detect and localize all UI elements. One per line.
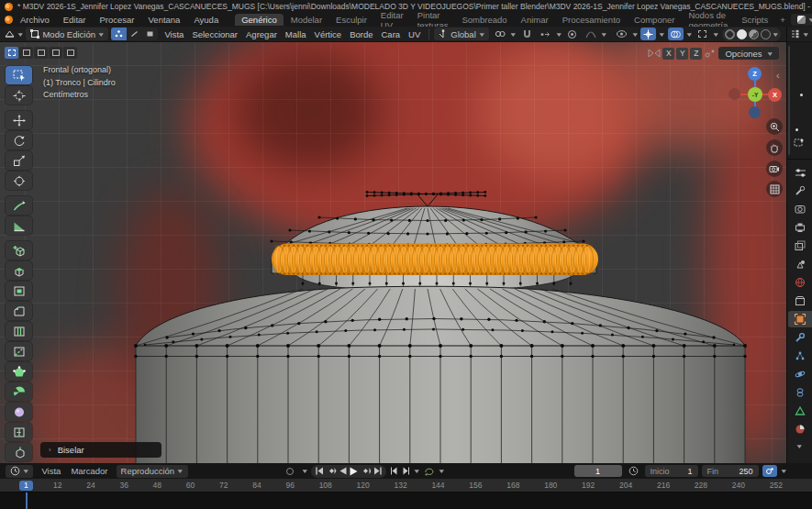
props-tab-object-data[interactable] [788,403,812,419]
props-tab-output[interactable] [788,219,812,236]
frame-end-field[interactable]: Fin 250 [702,465,759,477]
tool-rotate[interactable] [6,131,32,149]
workspace-tab[interactable]: Componer [628,14,681,26]
scene-selector[interactable]: ▼ Scene [791,14,812,26]
toggle-perspective-button[interactable] [766,181,783,197]
tool-inset-faces[interactable] [6,282,32,300]
select-mode-intersect-button[interactable] [63,47,77,59]
workspace-tab[interactable]: Esculpir [329,14,373,26]
tool-scale[interactable] [6,151,32,170]
pan-hand-button[interactable] [766,139,783,156]
next-keyframe-button[interactable] [361,467,371,475]
props-tab-material[interactable] [788,421,812,437]
workspace-tab[interactable]: Scripts [735,14,774,26]
prev-keyframe-button[interactable] [327,467,337,475]
gizmo-neg-z-axis[interactable] [749,106,761,118]
outliner-header[interactable]: ▼ [787,27,812,42]
tool-smooth[interactable] [6,403,32,421]
tool-options-dropdown[interactable]: Opciones ▼ [718,47,779,60]
xray-toggle[interactable] [695,28,710,40]
workspace-tab[interactable]: Procesamiento [556,14,627,26]
props-tab-render[interactable] [788,201,812,217]
props-tab-particles[interactable] [788,348,812,364]
props-tab-modifiers[interactable] [788,329,812,346]
symmetry-z-button[interactable]: Z [690,48,702,60]
show-visibility-button[interactable] [614,28,629,40]
select-mode-extend-button[interactable] [19,47,33,59]
snap-target-button[interactable] [538,28,553,40]
timeline-menu-item[interactable]: Marcador [66,466,112,476]
menu-item[interactable]: Ventana [142,14,187,26]
workspace-tab[interactable]: Modelar [284,14,328,26]
workspace-tab[interactable]: Sombreado [455,14,513,26]
rendered-shading-button[interactable] [761,29,771,39]
tool-knife[interactable] [6,342,32,360]
timeline-ruler[interactable]: 1 12243648607284961081201321441561681801… [0,479,812,492]
tool-edge-slide[interactable] [6,423,32,441]
zoom-button[interactable] [766,118,783,135]
current-frame-badge[interactable]: 1 [19,481,33,491]
props-tab-tool[interactable] [788,183,812,199]
solid-shading-button[interactable] [737,29,747,39]
tool-move[interactable] [6,111,32,129]
gizmo-neg-y-axis[interactable]: -Y [748,87,762,102]
blender-menu-icon[interactable] [5,16,13,24]
menu-item[interactable]: Procesar [94,14,141,26]
tool-cursor[interactable] [6,86,32,105]
props-tab-constraints[interactable] [788,384,812,401]
tool-loop-cut[interactable] [6,322,32,340]
timeline-editor-type-button[interactable]: ▼ [6,465,33,478]
props-tab-collection[interactable] [788,293,812,309]
viewport-menu-item[interactable]: Borde [346,29,376,39]
add-workspace-button[interactable]: + [775,15,790,25]
loop-icon[interactable] [424,467,435,476]
tool-bevel[interactable] [6,302,32,320]
use-preview-range-button[interactable] [626,465,641,478]
tool-transform[interactable] [6,172,32,190]
mode-selector[interactable]: Modo Edición ▼ [26,28,108,40]
menu-item[interactable]: Editar [57,14,93,26]
viewport-menu-item[interactable]: Vista [161,29,187,39]
properties-header-icon[interactable] [788,164,812,181]
play-button[interactable] [350,467,358,476]
editor-type-button[interactable]: ▼ [4,29,23,39]
tool-add-cube[interactable] [6,241,32,260]
sidebar-collapse-arrow[interactable]: ‹ [776,70,780,81]
gizmo-x-axis[interactable]: X [768,88,782,102]
snap-magnet-icon[interactable] [519,28,535,40]
current-frame-field[interactable]: 1 [574,465,622,477]
tool-shrink-fatten[interactable] [6,443,32,461]
viewport-menu-item[interactable]: Malla [282,29,310,39]
visibility-dot-icon[interactable] [795,128,798,131]
props-tab-world[interactable] [788,274,812,291]
tool-measure[interactable] [6,216,32,235]
select-mode-set-button[interactable] [5,47,18,59]
symmetry-x-button[interactable]: X [662,48,674,60]
face-select-button[interactable] [142,28,158,40]
gizmo-z-axis[interactable]: Z [748,67,762,81]
menu-item[interactable]: Archivo [14,14,56,26]
workspace-tab[interactable]: Animar [515,14,555,26]
show-gizmo-toggle[interactable] [640,28,656,40]
props-tab-object[interactable] [788,311,812,327]
tool-extrude-region[interactable] [6,261,32,280]
playback-menu[interactable]: Reproducción ▼ [117,465,188,478]
props-tab-scene[interactable] [788,256,812,272]
tool-poly-build[interactable] [6,362,32,381]
viewport-menu-item[interactable]: Agregar [242,29,281,39]
viewport-menu-item[interactable]: UV [405,29,424,39]
symmetry-y-button[interactable]: Y [676,48,688,60]
material-preview-button[interactable] [749,29,759,39]
tool-spin[interactable] [6,382,32,401]
operator-panel-bevel[interactable]: › Biselar [40,442,161,458]
timeline-track-area[interactable] [0,492,812,509]
edge-select-button[interactable] [127,28,142,40]
props-tab-physics[interactable] [788,366,812,382]
vertex-select-button[interactable] [111,28,127,40]
workspace-tab[interactable]: Genérico [235,14,284,26]
keying-snap-button[interactable] [762,465,777,477]
jump-to-end-button[interactable] [373,467,383,475]
play-reverse-button[interactable] [339,467,347,475]
jump-to-start-button[interactable] [315,467,324,475]
viewport-menu-item[interactable]: Seleccionar [188,29,241,39]
